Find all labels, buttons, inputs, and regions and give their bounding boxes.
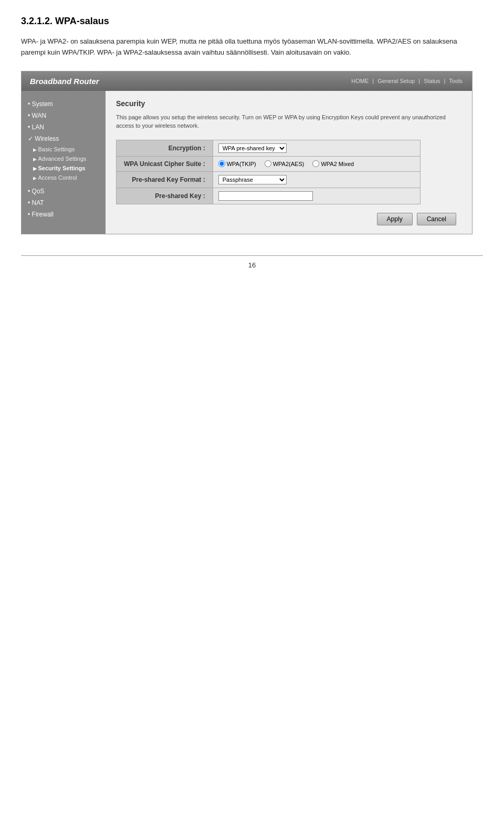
sidebar-sub-advanced-settings[interactable]: Advanced Settings bbox=[22, 154, 106, 163]
nav-status[interactable]: Status bbox=[424, 78, 440, 84]
wpa-cipher-label: WPA Unicast Cipher Suite : bbox=[117, 156, 213, 171]
sidebar-sub-security-settings[interactable]: Security Settings bbox=[22, 163, 106, 173]
wpa2-aes-radio[interactable] bbox=[265, 160, 271, 167]
encryption-row: Encryption : Disable WEP WPA pre-shared … bbox=[117, 140, 421, 156]
encryption-value-cell: Disable WEP WPA pre-shared key bbox=[213, 140, 420, 156]
router-ui: Broadband Router HOME | General Setup | … bbox=[21, 71, 472, 234]
preshared-key-value-cell bbox=[213, 188, 420, 204]
sidebar-item-system[interactable]: System bbox=[22, 98, 106, 110]
main-content: Security This page allows you setup the … bbox=[106, 91, 472, 234]
wpa-cipher-radio-group: WPA(TKIP) WPA2(AES) WPA2 Mixed bbox=[218, 160, 415, 167]
page-number: 16 bbox=[248, 261, 256, 269]
wpa2-aes-text: WPA2(AES) bbox=[273, 161, 304, 167]
wpa-tkip-label[interactable]: WPA(TKIP) bbox=[218, 160, 256, 167]
nav-home[interactable]: HOME bbox=[351, 78, 369, 84]
router-nav: HOME | General Setup | Status | Tools bbox=[350, 78, 464, 84]
intro-text: WPA- ja WPA2- on salauksena parempia kui… bbox=[21, 36, 483, 58]
preshared-key-row: Pre-shared Key : bbox=[117, 188, 421, 204]
wpa2-mixed-text: WPA2 Mixed bbox=[321, 161, 354, 167]
sidebar-sub-access-control[interactable]: Access Control bbox=[22, 173, 106, 182]
sidebar-sub-basic-settings[interactable]: Basic Settings bbox=[22, 144, 106, 154]
wpa2-aes-label[interactable]: WPA2(AES) bbox=[265, 160, 304, 167]
page-heading: 3.2.1.2. WPA-salaus bbox=[21, 16, 483, 27]
wpa-tkip-text: WPA(TKIP) bbox=[227, 161, 256, 167]
router-header: Broadband Router HOME | General Setup | … bbox=[22, 71, 472, 91]
preshared-format-row: Pre-shared Key Format : Passphrase Hex bbox=[117, 171, 421, 188]
security-form-table: Encryption : Disable WEP WPA pre-shared … bbox=[116, 140, 421, 204]
sidebar-item-wireless[interactable]: Wireless bbox=[22, 133, 106, 144]
apply-button[interactable]: Apply bbox=[377, 213, 413, 225]
router-title: Broadband Router bbox=[30, 77, 99, 86]
nav-tools[interactable]: Tools bbox=[449, 78, 463, 84]
wpa-cipher-value-cell: WPA(TKIP) WPA2(AES) WPA2 Mixed bbox=[213, 156, 420, 171]
sidebar-item-lan[interactable]: LAN bbox=[22, 121, 106, 133]
preshared-key-input[interactable] bbox=[218, 191, 313, 201]
preshared-format-select[interactable]: Passphrase Hex bbox=[218, 175, 287, 184]
encryption-label: Encryption : bbox=[117, 140, 213, 156]
section-desc: This page allows you setup the wireless … bbox=[116, 113, 461, 130]
sidebar-item-wan[interactable]: WAN bbox=[22, 110, 106, 121]
wpa2-mixed-label[interactable]: WPA2 Mixed bbox=[312, 160, 354, 167]
wpa-tkip-radio[interactable] bbox=[218, 160, 225, 167]
wpa2-mixed-radio[interactable] bbox=[312, 160, 319, 167]
button-row: Apply Cancel bbox=[116, 213, 461, 225]
cancel-button[interactable]: Cancel bbox=[417, 213, 456, 225]
preshared-format-label: Pre-shared Key Format : bbox=[117, 171, 213, 188]
sidebar-item-firewall[interactable]: Firewall bbox=[22, 209, 106, 220]
page-footer: 16 bbox=[21, 255, 483, 269]
preshared-format-value-cell: Passphrase Hex bbox=[213, 171, 420, 188]
sidebar: System WAN LAN Wireless Basic Settings A… bbox=[22, 91, 106, 234]
router-body: System WAN LAN Wireless Basic Settings A… bbox=[22, 91, 472, 234]
nav-general-setup[interactable]: General Setup bbox=[377, 78, 415, 84]
sidebar-item-qos[interactable]: QoS bbox=[22, 185, 106, 197]
section-title: Security bbox=[116, 99, 461, 108]
encryption-select[interactable]: Disable WEP WPA pre-shared key bbox=[218, 143, 287, 153]
preshared-key-label: Pre-shared Key : bbox=[117, 188, 213, 204]
sidebar-item-nat[interactable]: NAT bbox=[22, 197, 106, 209]
wpa-cipher-row: WPA Unicast Cipher Suite : WPA(TKIP) WPA… bbox=[117, 156, 421, 171]
